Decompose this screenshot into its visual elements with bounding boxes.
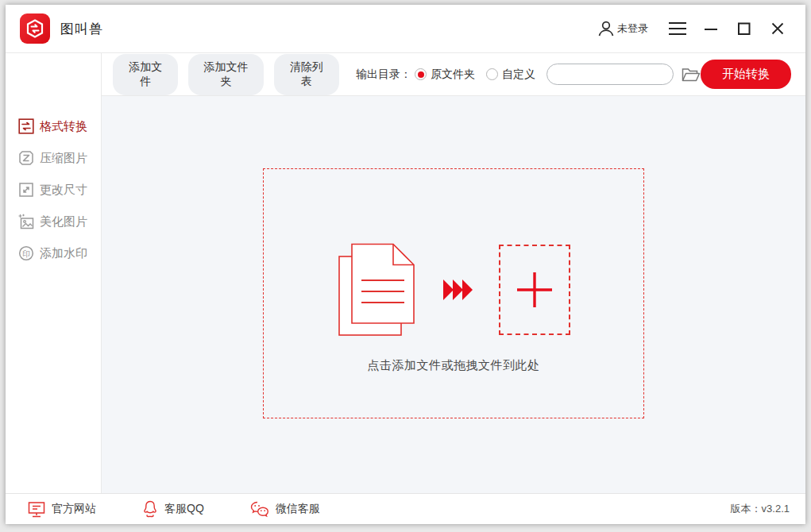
maximize-icon xyxy=(736,21,752,37)
app-title: 图叫兽 xyxy=(60,20,103,38)
triple-arrow-icon xyxy=(443,278,475,302)
sidebar-item-format-convert[interactable]: 格式转换 xyxy=(6,110,101,142)
maximize-button[interactable] xyxy=(732,17,756,40)
add-file-button[interactable]: 添加文件 xyxy=(113,54,178,95)
start-convert-button[interactable]: 开始转换 xyxy=(701,60,791,89)
footer-bar: 官方网站 客服QQ 微信客服 版本： xyxy=(6,493,805,524)
add-folder-button[interactable]: 添加文件夹 xyxy=(188,54,263,95)
documents-icon xyxy=(337,243,416,337)
sidebar-item-compress-image[interactable]: 压缩图片 xyxy=(6,142,101,174)
resize-image-icon xyxy=(18,182,34,198)
radio-original-folder[interactable]: 原文件夹 xyxy=(415,67,475,82)
toolbar: 添加文件 添加文件夹 清除列表 输出目录： 原文件夹 自定义 xyxy=(102,53,805,96)
clear-list-button[interactable]: 清除列表 xyxy=(274,54,339,95)
sidebar-item-label: 添加水印 xyxy=(40,246,87,261)
title-bar: 图叫兽 未登录 xyxy=(6,5,805,53)
radio-custom-folder[interactable]: 自定义 xyxy=(486,67,535,82)
sidebar-item-label: 格式转换 xyxy=(40,119,87,134)
add-watermark-icon: 印 xyxy=(18,245,34,261)
radio-circle xyxy=(486,68,498,80)
sidebar-item-add-watermark[interactable]: 印 添加水印 xyxy=(6,237,101,269)
qq-icon xyxy=(142,500,158,518)
login-button[interactable]: 未登录 xyxy=(597,19,648,38)
version-label: 版本：v3.2.1 xyxy=(731,502,790,516)
plus-icon xyxy=(516,271,554,309)
app-window: 图叫兽 未登录 xyxy=(6,5,805,524)
main-area: 点击添加文件或拖拽文件到此处 xyxy=(102,96,805,493)
add-files-box[interactable] xyxy=(499,245,570,335)
official-website-link[interactable]: 官方网站 xyxy=(28,501,96,518)
sidebar-item-label: 更改尺寸 xyxy=(40,183,87,198)
radio-circle xyxy=(415,68,427,80)
sidebar-item-beautify-image[interactable]: 美化图片 xyxy=(6,206,101,237)
close-icon xyxy=(770,21,786,37)
wechat-icon xyxy=(250,501,269,518)
file-dropzone[interactable]: 点击添加文件或拖拽文件到此处 xyxy=(263,168,644,418)
dropzone-hint: 点击添加文件或拖拽文件到此处 xyxy=(368,358,540,373)
sidebar: 格式转换 压缩图片 更改尺寸 xyxy=(6,53,102,493)
app-logo-icon xyxy=(20,13,50,44)
folder-icon xyxy=(682,67,701,83)
minimize-button[interactable] xyxy=(699,17,723,40)
output-path-input[interactable] xyxy=(546,64,674,85)
minimize-icon xyxy=(703,21,719,37)
login-status: 未登录 xyxy=(617,21,648,36)
beautify-image-icon xyxy=(18,214,34,229)
output-dir-label: 输出目录： xyxy=(356,67,411,82)
sidebar-item-label: 压缩图片 xyxy=(40,151,87,166)
qq-support-link[interactable]: 客服QQ xyxy=(142,500,204,518)
close-button[interactable] xyxy=(766,17,790,40)
dropzone-graphics xyxy=(337,243,570,337)
format-convert-icon xyxy=(18,118,34,134)
hamburger-icon xyxy=(668,21,687,36)
menu-button[interactable] xyxy=(666,17,689,40)
browse-folder-button[interactable] xyxy=(682,67,701,83)
svg-text:印: 印 xyxy=(22,249,30,258)
wechat-support-link[interactable]: 微信客服 xyxy=(250,501,320,518)
user-icon xyxy=(597,19,616,38)
sidebar-item-resize-image[interactable]: 更改尺寸 xyxy=(6,174,101,206)
monitor-icon xyxy=(28,501,45,518)
compress-image-icon xyxy=(18,150,34,166)
sidebar-item-label: 美化图片 xyxy=(40,214,87,229)
